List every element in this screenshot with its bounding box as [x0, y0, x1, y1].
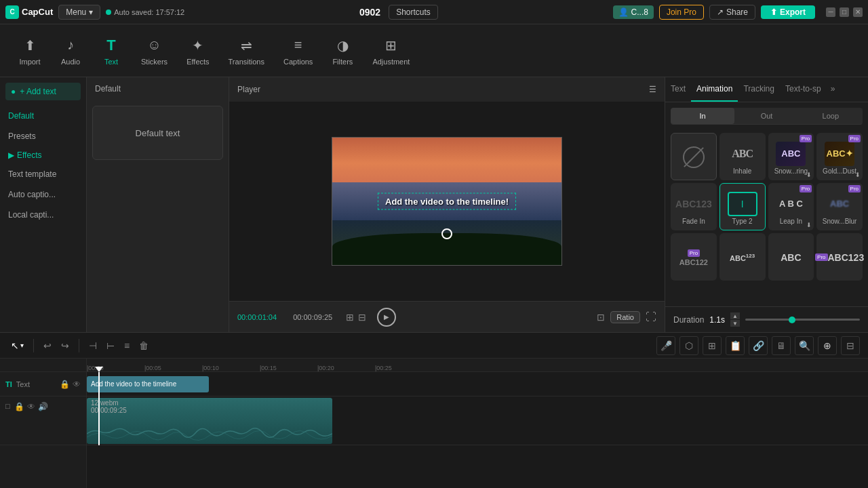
- tool-audio[interactable]: ♪ Audio: [52, 30, 90, 71]
- text-track-label: TI Text 🔒 👁: [0, 372, 86, 396]
- duration-stepper[interactable]: ▲ ▼: [730, 312, 740, 327]
- text-clip[interactable]: Add the video to the timeline: [87, 376, 209, 392]
- align-tool[interactable]: ≡: [121, 338, 132, 354]
- default-text-card[interactable]: Default text: [92, 106, 223, 160]
- anim-inhale[interactable]: ABC Inhale: [719, 133, 766, 180]
- player-menu-icon[interactable]: ☰: [649, 85, 656, 94]
- text-lock-icon[interactable]: 🔒: [60, 380, 70, 389]
- anim-type2[interactable]: | Type 2: [719, 183, 766, 230]
- zoom-in-button[interactable]: ⊕: [818, 336, 837, 355]
- tab-tracking[interactable]: Tracking: [738, 77, 780, 102]
- tool-filters[interactable]: ◑ Filters: [323, 30, 361, 71]
- anim-none[interactable]: [671, 133, 717, 180]
- anim-row3-3[interactable]: ABC: [768, 233, 814, 281]
- anim-tab-out[interactable]: Out: [734, 108, 798, 124]
- anim-fade-in[interactable]: ABC123 Fade In: [671, 183, 717, 230]
- share-button[interactable]: ↗ Share: [709, 5, 755, 20]
- anim-gold-dust[interactable]: ABC✦ Pro ⬇ Gold...Dust: [816, 133, 863, 180]
- anim-snow-blur[interactable]: ABC Pro Snow...Blur: [816, 183, 863, 230]
- sidebar-item-presets[interactable]: Presets: [0, 126, 86, 146]
- delete-tool[interactable]: 🗑: [136, 338, 151, 354]
- tool-captions[interactable]: ≡ Captions: [275, 30, 321, 71]
- sidebar-item-effects[interactable]: ▶ Effects: [0, 146, 86, 164]
- tab-more-icon[interactable]: »: [827, 77, 840, 102]
- ruler-mark-20: |00:20: [317, 365, 334, 371]
- anim-snow-ring[interactable]: ABC Pro ⬇ Snow...ring: [768, 133, 814, 180]
- sidebar-item-auto-caption[interactable]: Auto captio...: [0, 184, 86, 205]
- shortcuts-button[interactable]: Shortcuts: [389, 5, 438, 20]
- effects-section-label: Effects: [17, 150, 41, 160]
- video-clip[interactable]: 12.webm 00:00:09:25: [87, 398, 332, 444]
- hexagon-button[interactable]: ⬡: [679, 336, 698, 355]
- auto-saved-indicator: Auto saved: 17:57:12: [106, 8, 184, 16]
- anim-row3-4[interactable]: Pro ABC123: [816, 233, 863, 281]
- left-panel: ● + Add text Default Presets ▶ Effects T…: [0, 77, 87, 332]
- zoom-out-button[interactable]: 🔍: [795, 336, 814, 355]
- export-icon: ⬆: [770, 7, 777, 17]
- mic-button[interactable]: 🎤: [656, 336, 675, 355]
- sidebar-item-local-caption[interactable]: Local capti...: [0, 205, 86, 225]
- tool-effects[interactable]: ✦ Effects: [178, 30, 217, 71]
- timeline: ↖▾ ↩ ↪ ⊣ ⊢ ≡ 🗑 🎤 ⬡ ⊞ 📋 🔗 🖥 🔍 ⊕ ⊟ TI: [0, 332, 868, 488]
- select-tool[interactable]: ↖▾: [8, 338, 26, 354]
- timeline-toolbar: ↖▾ ↩ ↪ ⊣ ⊢ ≡ 🗑 🎤 ⬡ ⊞ 📋 🔗 🖥 🔍 ⊕ ⊟: [0, 333, 868, 359]
- split-tool[interactable]: ⊣: [86, 338, 100, 354]
- profile-button[interactable]: 👤 C...8: [613, 5, 654, 19]
- tool-adjustment[interactable]: ⊞ Adjustment: [364, 30, 418, 71]
- screen-button[interactable]: 🖥: [772, 336, 791, 355]
- sidebar-item-text-template[interactable]: Text template: [0, 164, 86, 184]
- export-button[interactable]: ⬆ Export: [761, 5, 815, 19]
- join-pro-button[interactable]: Join Pro: [659, 5, 704, 20]
- list-view-icon[interactable]: ⊞: [346, 312, 354, 323]
- default-label: Default: [8, 111, 34, 121]
- export-label: Export: [780, 7, 806, 17]
- video-audio-icon[interactable]: 🔊: [38, 402, 48, 411]
- duration-increase-button[interactable]: ▲: [730, 312, 740, 319]
- trim-left-tool[interactable]: ⊢: [104, 338, 117, 354]
- link-button[interactable]: 🔗: [749, 336, 768, 355]
- text-track-type: Text: [16, 380, 30, 388]
- fit-button[interactable]: ⊟: [841, 336, 860, 355]
- fullscreen-icon[interactable]: ⛶: [646, 311, 656, 323]
- video-eye-icon[interactable]: 👁: [27, 402, 35, 411]
- tool-import[interactable]: ⬆ Import: [11, 30, 49, 71]
- row3-3-text-icon: ABC: [781, 252, 801, 263]
- anim-tab-loop[interactable]: Loop: [799, 108, 863, 124]
- duration-decrease-button[interactable]: ▼: [730, 320, 740, 327]
- sidebar-item-default[interactable]: Default: [0, 106, 86, 126]
- add-text-button[interactable]: ● + Add text: [5, 83, 81, 100]
- anim-row3-1[interactable]: Pro ABC122: [671, 233, 717, 281]
- anim-tab-in[interactable]: In: [671, 108, 734, 124]
- filters-icon: ◑: [333, 36, 352, 55]
- video-lock-icon[interactable]: 🔒: [14, 402, 24, 411]
- tracks-body: Add the video to the timeline 🖼 Cover 12…: [87, 372, 868, 445]
- video-clip-duration: 00:00:09:25: [91, 407, 127, 414]
- pip-button[interactable]: ⊞: [703, 336, 722, 355]
- clip-button[interactable]: 📋: [726, 336, 745, 355]
- auto-saved-text: Auto saved: 17:57:12: [114, 8, 184, 16]
- anim-row3-2[interactable]: ABC123: [719, 233, 766, 281]
- undo-button[interactable]: ↩: [41, 338, 54, 354]
- fit-screen-icon[interactable]: ⊡: [597, 312, 605, 323]
- right-panel: Text Animation Tracking Text-to-sp » In …: [665, 77, 868, 332]
- app-name: CapCut: [22, 7, 53, 17]
- anim-leap-in[interactable]: A B C Pro ⬇ Leap In: [768, 183, 814, 230]
- menu-button[interactable]: Menu ▾: [58, 5, 100, 20]
- minimize-button[interactable]: ─: [826, 7, 835, 17]
- tool-text[interactable]: T Text: [92, 30, 130, 71]
- duration-slider[interactable]: [745, 319, 860, 321]
- maximize-button[interactable]: □: [840, 7, 849, 17]
- captions-label: Captions: [283, 58, 313, 66]
- timeline-ruler: |00:00 |00:05 |00:10 |00:15 |00:20 |00:2…: [87, 359, 868, 372]
- ratio-button[interactable]: Ratio: [610, 311, 640, 323]
- play-button[interactable]: ▶: [377, 308, 396, 327]
- grid-view-icon[interactable]: ⊟: [358, 312, 366, 323]
- tab-text[interactable]: Text: [665, 77, 691, 102]
- tool-transitions[interactable]: ⇌ Transitions: [220, 30, 273, 71]
- text-eye-icon[interactable]: 👁: [73, 380, 81, 389]
- tab-text-to-sp[interactable]: Text-to-sp: [780, 77, 827, 102]
- redo-button[interactable]: ↪: [58, 338, 72, 354]
- tool-stickers[interactable]: ☺ Stickers: [133, 30, 176, 71]
- tab-animation[interactable]: Animation: [691, 77, 738, 102]
- close-button[interactable]: ✕: [853, 7, 863, 17]
